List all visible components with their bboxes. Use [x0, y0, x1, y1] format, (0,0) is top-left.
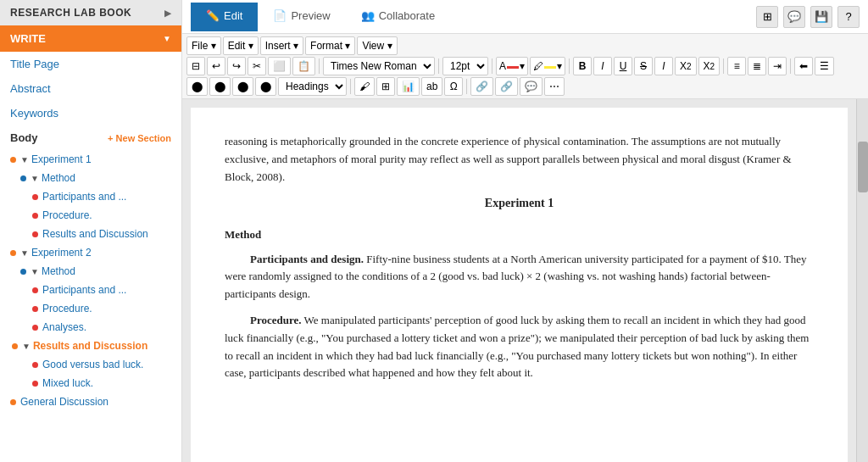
editor-page[interactable]: reasoning is metaphorically grounded in … [191, 108, 848, 462]
participants-bold-heading: Participants and design. [250, 253, 364, 265]
sidebar-item-abstract[interactable]: Abstract [0, 76, 181, 101]
editor-scroll-area[interactable]: reasoning is metaphorically grounded in … [182, 99, 856, 462]
font-size-select[interactable]: 12pt [442, 57, 488, 75]
help-icon-button[interactable]: ? [837, 6, 860, 28]
align5-btn[interactable]: ⬤ [255, 77, 276, 96]
sidebar-item-method2[interactable]: ▼ Method [0, 262, 181, 281]
title-page-label: Title Page [10, 58, 59, 70]
write-section[interactable]: WRITE ▼ [0, 25, 181, 52]
sidebar-item-title-page[interactable]: Title Page [0, 52, 181, 76]
method2-label: Method [42, 265, 75, 277]
sidebar-item-experiment1[interactable]: ▼ Experiment 1 [0, 150, 181, 169]
align-left-btn[interactable]: ⬅ [794, 57, 813, 75]
copy-btn[interactable]: ⬜ [268, 57, 291, 75]
tab-collaborate[interactable]: 👥 Collaborate [346, 3, 451, 31]
tab-preview[interactable]: 📄 Preview [258, 3, 345, 31]
align2-btn[interactable]: ⬤ [186, 77, 208, 96]
more-btn[interactable]: ⋯ [544, 77, 565, 96]
new-section-button[interactable]: + New Section [108, 133, 171, 143]
list-ul-btn[interactable]: ≡ [727, 57, 746, 75]
dot-results2 [12, 343, 18, 349]
sidebar-item-analyses2[interactable]: Analyses. [0, 318, 181, 337]
sidebar-item-general-discussion[interactable]: General Discussion [0, 392, 181, 411]
save-icon-button[interactable]: 💾 [810, 6, 832, 28]
divider8 [466, 79, 467, 94]
symbol-btn[interactable]: Ω [444, 77, 463, 96]
sidebar-item-procedure1[interactable]: Procedure. [0, 206, 181, 225]
divider1 [319, 58, 320, 74]
underline-btn[interactable]: U [614, 57, 632, 75]
tab-bar: ✏️ Edit 📄 Preview 👥 Collaborate [191, 3, 450, 31]
comment-btn[interactable]: 💬 [520, 77, 542, 96]
vertical-scrollbar[interactable] [856, 99, 868, 462]
experiment1-label: Experiment 1 [31, 153, 92, 165]
file-menu[interactable]: File ▾ [186, 36, 221, 55]
toolbar-row-format: ⊟ ↩ ↪ ✂ ⬜ 📋 Times New Roman 12pt A ▾ 🖊 [186, 57, 864, 75]
dot-experiment2 [10, 250, 16, 256]
align4-btn[interactable]: ⬤ [232, 77, 253, 96]
list-ol-btn[interactable]: ≣ [748, 57, 766, 75]
strikethrough-btn[interactable]: S [634, 57, 653, 75]
sidebar-item-procedure2[interactable]: Procedure. [0, 299, 181, 318]
tab-edit[interactable]: ✏️ Edit [191, 3, 258, 31]
font-family-select[interactable]: Times New Roman [323, 57, 435, 75]
font-color-arrow: ▾ [520, 60, 525, 72]
cut-btn[interactable]: ✂ [248, 57, 266, 75]
sidebar-item-mixed-luck[interactable]: Mixed luck. [0, 374, 181, 392]
headings-select[interactable]: Headings [278, 77, 347, 96]
font-color-btn[interactable]: A ▾ [496, 57, 528, 75]
undo-btn[interactable]: ↩ [207, 57, 225, 75]
format-menu[interactable]: Format ▾ [305, 36, 355, 55]
sidebar-navigation: Title Page Abstract Keywords Body + New … [0, 52, 181, 462]
editor-procedure-paragraph: Procedure. We manipulated participants' … [225, 312, 814, 382]
text-btn[interactable]: ab [421, 77, 442, 96]
editor-method-heading: Method [225, 226, 814, 244]
bold-btn[interactable]: B [573, 57, 592, 75]
sidebar-item-good-vs-bad[interactable]: Good versus bad luck. [0, 355, 181, 374]
format-btn-square[interactable]: ⊟ [186, 57, 205, 75]
italic-btn[interactable]: I [593, 57, 612, 75]
sidebar: RESEARCH LAB BOOK ▶ WRITE ▼ Title Page A… [0, 0, 182, 462]
italic2-btn[interactable]: I [654, 57, 673, 75]
align-center-btn[interactable]: ☰ [815, 57, 834, 75]
paste-btn[interactable]: 📋 [292, 57, 315, 75]
divider5 [723, 58, 724, 74]
dot-procedure2 [32, 306, 38, 312]
sidebar-item-results2[interactable]: ▼ Results and Discussion [0, 337, 181, 355]
chart-btn[interactable]: 📊 [397, 77, 420, 96]
highlight-label: 🖊 [533, 60, 543, 72]
sidebar-item-experiment2[interactable]: ▼ Experiment 2 [0, 243, 181, 262]
scrollbar-thumb[interactable] [858, 142, 868, 192]
dot-method1 [20, 175, 26, 181]
sidebar-item-method1[interactable]: ▼ Method [0, 169, 181, 187]
highlight-color-btn[interactable]: 🖊 ▾ [530, 57, 565, 75]
format-paint-btn[interactable]: 🖌 [354, 77, 375, 96]
general-discussion-label: General Discussion [20, 396, 108, 408]
sidebar-item-keywords[interactable]: Keywords [0, 101, 181, 125]
divider7 [350, 79, 351, 94]
sidebar-item-participants1[interactable]: Participants and ... [0, 187, 181, 206]
sidebar-item-participants2[interactable]: Participants and ... [0, 281, 181, 299]
insert-menu[interactable]: Insert ▾ [260, 36, 303, 55]
link-btn[interactable]: 🔗 [470, 77, 493, 96]
procedure2-label: Procedure. [42, 303, 92, 314]
dot-method2 [20, 269, 26, 275]
divider3 [492, 58, 492, 74]
edit-menu[interactable]: Edit ▾ [223, 36, 259, 55]
link2-btn[interactable]: 🔗 [495, 77, 518, 96]
dot-procedure1 [32, 213, 38, 219]
chat-icon-button[interactable]: 💬 [783, 6, 805, 28]
superscript-btn[interactable]: X2 [675, 57, 697, 75]
sidebar-item-results1[interactable]: Results and Discussion [0, 225, 181, 243]
table-btn[interactable]: ⊞ [376, 77, 395, 96]
view-menu[interactable]: View ▾ [357, 36, 397, 55]
indent-btn[interactable]: ⇥ [768, 57, 787, 75]
dot-participants2 [32, 287, 38, 293]
redo-btn[interactable]: ↪ [227, 57, 246, 75]
subscript-btn[interactable]: X2 [698, 57, 721, 75]
align3-btn[interactable]: ⬤ [209, 77, 231, 96]
window-icon-button[interactable]: ⊞ [756, 6, 778, 28]
sidebar-header[interactable]: RESEARCH LAB BOOK ▶ [0, 0, 181, 25]
arrow-experiment1: ▼ [20, 155, 29, 164]
arrow-results2: ▼ [22, 342, 31, 351]
